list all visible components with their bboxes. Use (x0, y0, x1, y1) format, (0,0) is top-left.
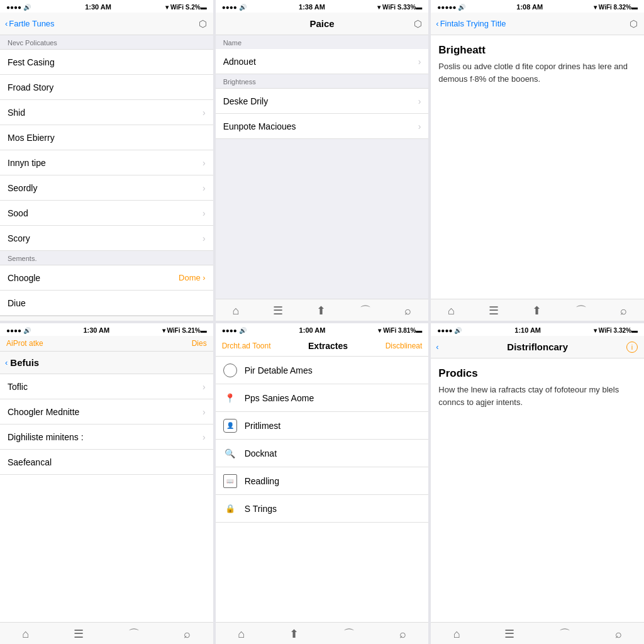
chevron-left-icon-6: ‹ (436, 342, 438, 352)
tab-search-icon[interactable]: ⌕ (615, 628, 622, 641)
list-item-pir[interactable]: Pir Detable Ames (216, 357, 429, 384)
list-item-pritlimest[interactable]: 👤 Pritlimest (216, 412, 429, 440)
choogle-value: Dome › (179, 273, 206, 282)
list-item-saefeancal[interactable]: Saefeancal (0, 450, 213, 475)
tab-upload-icon[interactable]: ⬆ (316, 304, 326, 318)
tab-search-icon[interactable]: ⌕ (404, 304, 411, 318)
tab-home-icon[interactable]: ⌂ (448, 304, 455, 318)
detail-heading-3: Brigheatt (431, 35, 644, 60)
nav-bar-6: ‹ Distrifloncary i (431, 336, 644, 358)
tab-search-icon[interactable]: ⌕ (620, 304, 627, 318)
person-icon: 👤 (223, 419, 237, 433)
back-label-4: Befuis (10, 357, 39, 368)
status-right-2: ▾ WiFi S.33%▬ (377, 4, 422, 11)
status-right-5: ▾ WiFi 3.81%▬ (378, 327, 422, 334)
tab-upload-icon[interactable]: ⬆ (532, 304, 541, 318)
pin-icon: 📍 (223, 391, 237, 405)
tab-bar-2: ⌂ ☰ ⬆ ⌒ ⌕ (216, 299, 429, 321)
phone-top-left: ●●●● 🔊 1:30 AM ▾ WiFi S.2%▬ ‹ Fartle Tun… (0, 0, 213, 321)
tab-list-icon[interactable]: ☰ (504, 627, 514, 641)
back-button-4[interactable]: ‹ Befuis (5, 357, 39, 368)
back-button-6[interactable]: ‹ (436, 342, 438, 352)
status-bar-2: ●●●● 🔊 1:38 AM ▾ WiFi S.33%▬ (216, 0, 429, 13)
tab-bar-1: ⌂ ☰ ⬆ ⌒ ⌕ (0, 316, 213, 321)
chevron-icon: › (203, 382, 206, 392)
list-item-choogler[interactable]: Choogler Mednitte › (0, 399, 213, 425)
list-item-shid[interactable]: Shid › (0, 100, 213, 125)
chevron-icon: › (203, 108, 206, 118)
chevron-icon: › (203, 183, 206, 193)
right-orange-label-4[interactable]: Dies (192, 339, 207, 348)
nav-left-5[interactable]: Drcht.ad Toont (222, 341, 271, 350)
list-item-sood[interactable]: Sood › (0, 201, 213, 226)
status-time-4: 1:30 AM (83, 326, 109, 334)
list-item-dighiliste[interactable]: Dighiliste minitens : › (0, 425, 213, 450)
status-left-4: ●●●● 🔊 (6, 327, 31, 334)
status-left-5: ●●●● 🔊 (222, 327, 247, 334)
tab-list-icon[interactable]: ☰ (74, 627, 84, 641)
search-sm-icon: 🔍 (223, 447, 237, 460)
list-item-choogle[interactable]: Choogle Dome › (0, 265, 213, 291)
list-item-readling[interactable]: 📖 Readling (216, 467, 429, 495)
list-item-pps[interactable]: 📍 Pps Sanies Aome (216, 384, 429, 412)
tab-home-icon[interactable]: ⌂ (22, 628, 29, 641)
tab-search-icon[interactable]: ⌕ (184, 628, 191, 641)
action-icon-3[interactable]: ⬡ (630, 18, 638, 30)
tab-bookmark-icon[interactable]: ⌒ (128, 626, 140, 641)
tab-list-icon[interactable]: ☰ (489, 304, 499, 318)
list-item-scory[interactable]: Scory › (0, 226, 213, 251)
back-nav-4: ‹ Befuis (0, 352, 213, 374)
field-label-brightness: Brightness (216, 74, 429, 89)
tab-home-icon[interactable]: ⌂ (453, 628, 460, 641)
list-item-docknat[interactable]: 🔍 Docknat (216, 440, 429, 467)
action-icon-2[interactable]: ⬡ (414, 18, 422, 30)
chevron-icon: › (203, 432, 206, 442)
status-time-text-1: 1:30 AM (85, 3, 111, 11)
chevron-left-icon-1: ‹ (5, 19, 8, 28)
list-item-deske[interactable]: Deske Drily › (216, 89, 429, 114)
status-bar-1: ●●●● 🔊 1:30 AM ▾ WiFi S.2%▬ (0, 0, 213, 13)
nav-bar-3: ‹ Fintals Trying Title ⬡ (431, 13, 644, 35)
book-icon: 📖 (223, 474, 237, 488)
left-orange-label-4[interactable]: AiProt atke (6, 339, 43, 348)
tab-upload-icon[interactable]: ⬆ (289, 627, 299, 641)
detail-text-6: How the lnew ia rafracts ctay of fofoteo… (431, 384, 644, 416)
chevron-icon: › (203, 407, 206, 417)
list-item-seordly[interactable]: Seordly › (0, 175, 213, 201)
tab-home-icon[interactable]: ⌂ (238, 628, 245, 641)
tab-bookmark-icon[interactable]: ⌒ (343, 626, 355, 641)
list-item-adnouet[interactable]: Adnouet › (216, 49, 429, 74)
lock-icon: 🔒 (223, 502, 237, 516)
list-item-mos[interactable]: Mos Ebierry (0, 125, 213, 150)
action-icon-1[interactable]: ⬡ (199, 18, 207, 30)
status-time-3: 1:08 AM (516, 3, 543, 11)
tab-bookmark-icon[interactable]: ⌒ (144, 320, 155, 321)
tab-bookmark-icon[interactable]: ⌒ (559, 626, 570, 641)
detail-heading-6: Prodics (431, 358, 644, 384)
list-item-eunpote[interactable]: Eunpote Macioues › (216, 114, 429, 139)
nav-right-5[interactable]: Discblineat (386, 341, 423, 350)
back-button-1[interactable]: ‹ Fartle Tunes (5, 19, 55, 28)
status-right-1: ▾ WiFi S.2%▬ (165, 4, 206, 11)
status-time-5: 1:00 AM (299, 326, 326, 334)
list-item-froad-story[interactable]: Froad Story (0, 75, 213, 100)
tab-search-icon[interactable]: ⌕ (399, 628, 406, 641)
chevron-left-icon-3: ‹ (436, 19, 438, 28)
tab-bookmark-icon[interactable]: ⌒ (575, 303, 587, 318)
info-icon-6[interactable]: i (626, 341, 638, 353)
status-right-4: ▾ WiFi S.21%▬ (162, 327, 207, 334)
list-item-toflic[interactable]: Toflic › (0, 374, 213, 399)
chevron-icon: › (418, 57, 421, 67)
tab-home-icon[interactable]: ⌂ (232, 304, 239, 318)
list-item-strings[interactable]: 🔒 S Trings (216, 495, 429, 523)
phone-bot-right: ●●●● 🔊 1:10 AM ▾ WiFi 3.32%▬ ‹ Distriflo… (431, 323, 644, 644)
back-button-3[interactable]: ‹ Fintals Trying Title (436, 19, 506, 28)
phone-top-right: ●●●●● 🔊 1:08 AM ▾ WiFi 8.32%▬ ‹ Fintals … (431, 0, 644, 321)
tab-list-icon[interactable]: ☰ (273, 304, 283, 318)
list-item-fest-casing[interactable]: Fest Casing (0, 50, 213, 75)
list-item-innyn[interactable]: Innyn tipe › (0, 150, 213, 175)
tab-bookmark-icon[interactable]: ⌒ (360, 303, 371, 318)
list-item-diue[interactable]: Diue (0, 291, 213, 316)
status-right-6: ▾ WiFi 3.32%▬ (594, 327, 638, 334)
nav-bar-1: ‹ Fartle Tunes ⬡ (0, 13, 213, 35)
